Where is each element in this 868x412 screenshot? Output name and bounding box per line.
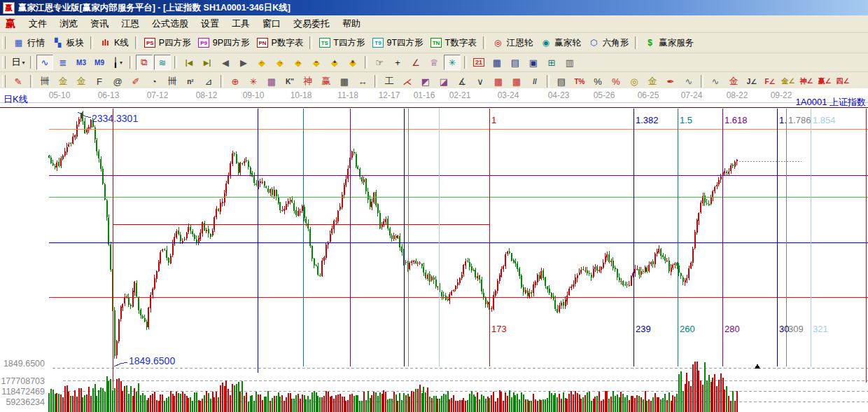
t-percent-icon[interactable]: T% <box>571 74 588 89</box>
gold-lines-icon[interactable]: 金 <box>644 74 661 89</box>
spiral-icon[interactable]: @ <box>109 74 126 89</box>
t-table-button[interactable]: TNT数字表 <box>427 36 480 50</box>
toolbar-grip[interactable] <box>2 75 6 88</box>
fan-box-icon[interactable]: ◩ <box>417 74 434 89</box>
calculator-icon[interactable]: ▦ <box>489 55 505 70</box>
gold-grid-icon[interactable]: 金 <box>55 74 71 89</box>
shen-angle-icon[interactable]: 神∠ <box>798 74 815 89</box>
crown-tool-icon[interactable]: ♕ <box>426 55 442 70</box>
hexagon-button[interactable]: ⬡六角形 <box>584 36 633 50</box>
j-angle-icon[interactable]: J∠ <box>743 74 760 89</box>
menu-item-1[interactable]: 浏览 <box>53 16 84 32</box>
percent-line-icon[interactable]: % <box>608 74 624 89</box>
remote-pc-icon[interactable]: ▥ <box>561 55 578 70</box>
pen2-icon[interactable]: ✐ <box>127 74 144 89</box>
slant-lines-icon[interactable]: // <box>526 74 543 89</box>
angle-measure-icon[interactable]: ∠ <box>407 55 424 70</box>
sectors-button[interactable]: ▚板块 <box>48 36 88 50</box>
go-first-icon[interactable]: |◀ <box>181 55 197 70</box>
n-squared-icon[interactable]: n² <box>182 74 199 89</box>
pattern-frame-icon[interactable]: ⧉ <box>136 55 153 70</box>
ying-icon[interactable]: 赢 <box>318 74 335 89</box>
grid-plain-icon[interactable]: 卌 <box>164 74 181 89</box>
flower-tool-icon[interactable]: ✳ <box>444 55 461 70</box>
kline-button[interactable]: ılıK线 <box>96 36 132 50</box>
zigzag-tool-icon[interactable]: ∿ <box>36 55 53 70</box>
p-square-button[interactable]: PSP四方形 <box>141 36 195 50</box>
red-grid2-icon[interactable]: ▦ <box>508 74 525 89</box>
pan-left-icon[interactable]: ◆← <box>253 55 270 70</box>
gold-underline-icon[interactable]: 金 <box>725 74 742 89</box>
menu-item-4[interactable]: 公式选股 <box>146 16 195 32</box>
beam-icon[interactable]: 工 <box>381 74 398 89</box>
menu-item-0[interactable]: 文件 <box>22 16 53 32</box>
red-grid-icon[interactable]: ▦ <box>490 74 507 89</box>
menu-item-8[interactable]: 交易委托 <box>287 16 336 32</box>
angle-ruler-icon[interactable]: ⊿ <box>200 74 217 89</box>
9t-square-button[interactable]: T99T四方形 <box>368 36 426 50</box>
star-grid-icon[interactable]: ✳ <box>245 74 262 89</box>
ink-pen-icon[interactable]: ✒ <box>662 74 679 89</box>
gann-wheel-button[interactable]: ◎江恩轮 <box>489 36 537 50</box>
gold-angle-icon[interactable]: 金∠ <box>780 74 797 89</box>
four-angle-icon[interactable]: 四∠ <box>834 74 851 89</box>
angle-lines-icon[interactable]: ∡ <box>454 74 470 89</box>
f-grid-icon[interactable]: F <box>91 74 108 89</box>
mini-chart-9-icon[interactable]: M9 <box>91 55 108 70</box>
gold-circle-icon[interactable]: ◎ <box>626 74 643 89</box>
target-cross-icon[interactable]: ⊕ <box>227 74 244 89</box>
menu-item-7[interactable]: 窗口 <box>256 16 287 32</box>
zoom-horizontal-icon[interactable]: ◆↔ <box>290 55 307 70</box>
winner-service-button[interactable]: $赢家服务 <box>640 36 697 50</box>
menu-item-5[interactable]: 设置 <box>195 16 225 32</box>
gann-grid-icon[interactable]: 卌 <box>36 74 53 89</box>
info-panel-icon[interactable]: ≣ <box>55 55 71 70</box>
quotes-button[interactable]: ▦行情 <box>9 36 48 50</box>
menu-item-3[interactable]: 江恩 <box>115 16 146 32</box>
toolbar-grip[interactable] <box>2 36 6 49</box>
p-table-button[interactable]: PNP数字表 <box>253 36 307 50</box>
shen-icon[interactable]: 神 <box>300 74 316 89</box>
mini-chart-3-icon[interactable]: M3 <box>73 55 90 70</box>
profile-chart-icon[interactable]: ≋ <box>154 55 171 70</box>
t-square-button[interactable]: TST四方形 <box>315 36 368 50</box>
gold-grid2-icon[interactable]: 金 <box>73 74 90 89</box>
menu-item-6[interactable]: 工具 <box>225 16 256 32</box>
pan-right-icon[interactable]: ◆→ <box>272 55 288 70</box>
9p-square-button[interactable]: P99P四方形 <box>195 36 253 50</box>
step-forward-icon[interactable]: ▶ <box>235 55 252 70</box>
save-icon[interactable]: ▣ <box>525 55 542 70</box>
main-chart[interactable]: 日K线 1A0001 上证指数 2334.3301 1849.6500 1849… <box>0 88 868 412</box>
zoom-fit-icon[interactable]: ◆✳ <box>344 55 361 70</box>
fan-box2-icon[interactable]: ◪ <box>435 74 452 89</box>
wave-icon[interactable]: ∿ <box>680 74 697 89</box>
candle-style-selector[interactable]: ╽▾ <box>109 55 126 70</box>
notes-icon[interactable]: ▤ <box>507 55 524 70</box>
square-fan-icon[interactable]: ▦ <box>263 74 280 89</box>
zoom-out-icon[interactable]: ◆− <box>308 55 325 70</box>
step-back-icon[interactable]: ◀ <box>217 55 234 70</box>
go-last-icon[interactable]: ▶| <box>199 55 216 70</box>
zoom-in-icon[interactable]: ◆+ <box>326 55 343 70</box>
fan-lines-icon[interactable]: ⋌ <box>399 74 416 89</box>
ruler-icon[interactable]: ▤ <box>553 74 570 89</box>
percent-icon[interactable]: % <box>589 74 606 89</box>
share-net-icon[interactable]: ⊞ <box>543 55 560 70</box>
ying-angle-icon[interactable]: 赢∠ <box>816 74 833 89</box>
winner-wheel-button[interactable]: ◉赢家轮 <box>536 36 584 50</box>
grid-123-icon[interactable]: ▦ <box>336 74 353 89</box>
toolbar-grip[interactable] <box>2 56 6 69</box>
crosshair-tool-icon[interactable]: + <box>389 55 406 70</box>
hand-tool-icon[interactable]: ☞ <box>371 55 388 70</box>
clock-cycle-icon[interactable]: ◔ <box>146 74 162 89</box>
v-lines-icon[interactable]: ∨ <box>472 74 489 89</box>
f-angle-icon[interactable]: F∠ <box>762 74 778 89</box>
wave2-icon[interactable]: ∿ <box>707 74 724 89</box>
brush-icon[interactable]: ✎ <box>10 74 27 89</box>
calendar-icon[interactable]: 21 <box>470 55 487 70</box>
k-marks-icon[interactable]: K'' <box>281 74 298 89</box>
menu-item-9[interactable]: 帮助 <box>336 16 367 32</box>
menu-item-2[interactable]: 资讯 <box>84 16 115 32</box>
span-arrows-icon[interactable]: ↔ <box>354 74 371 89</box>
period-day-selector[interactable]: 日▾ <box>10 55 27 70</box>
